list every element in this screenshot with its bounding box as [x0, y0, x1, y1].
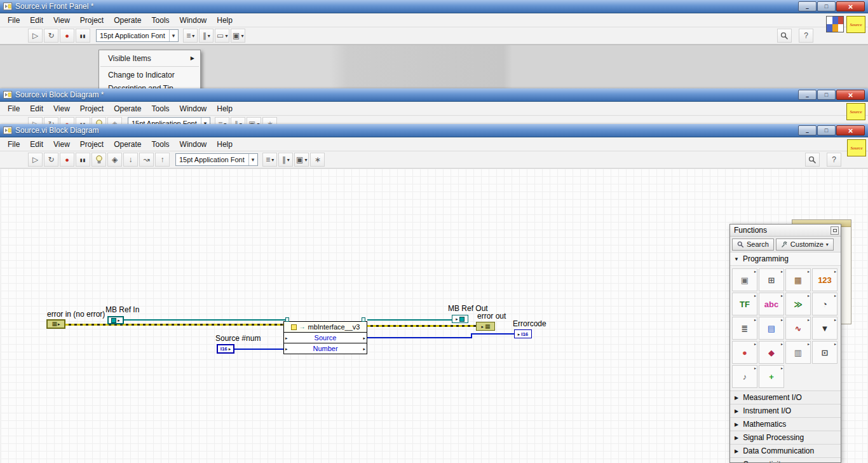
palette-icon-report-generation[interactable]: ▥▸ [785, 341, 811, 364]
subvi-row-number[interactable]: ▸ Number ▸ [284, 343, 367, 354]
palette-section-connectivity[interactable]: ▶Connectivity [730, 457, 841, 463]
abort-button[interactable]: ● [60, 29, 74, 43]
errorcode-label[interactable]: Errorcode [513, 319, 546, 328]
functions-palette-titlebar[interactable]: Functions [730, 225, 841, 237]
wire-mb-ref-out[interactable] [367, 319, 452, 321]
wire-error-in[interactable] [65, 324, 283, 326]
palette-icon-dialog-user-interface[interactable]: ●▸ [732, 341, 757, 364]
palette-section-instrument-i-o[interactable]: ▶Instrument I/O [730, 404, 841, 417]
source-num-label[interactable]: Source #num [215, 334, 261, 343]
palette-icon-waveform[interactable]: ∿▸ [785, 317, 811, 340]
mb-ref-in-terminal[interactable]: ▸ [107, 316, 124, 324]
palette-icon-numeric[interactable]: 123▸ [812, 268, 837, 291]
run-continuous-button[interactable]: ↻ [44, 29, 58, 43]
run-button[interactable]: ▷ [28, 29, 43, 43]
palette-section-signal-processing[interactable]: ▶Signal Processing [730, 431, 841, 444]
palette-icon-application-control[interactable]: ▼▸ [812, 317, 837, 340]
mb-ref-out-terminal[interactable]: ▸ [452, 315, 468, 323]
close-button[interactable]: × [836, 90, 865, 100]
vi-icon[interactable]: Source [847, 139, 866, 156]
palette-icon-connectivity[interactable]: ⊡▸ [812, 341, 837, 364]
align-objects-button[interactable]: ≡▾ [183, 29, 198, 43]
maximize-button[interactable]: □ [817, 90, 836, 100]
reorder-objects-button[interactable]: ▣▾ [294, 153, 309, 167]
error-out-label[interactable]: error out [477, 312, 506, 321]
wire-source-num[interactable] [234, 349, 283, 350]
errorcode-terminal[interactable]: ▸ I16 [514, 329, 532, 338]
minimize-button[interactable]: – [798, 1, 817, 11]
palette-icon-boolean[interactable]: TF▸ [732, 293, 757, 315]
menu-item-edit[interactable]: Edit [25, 137, 48, 151]
help-button[interactable]: ? [827, 153, 841, 167]
minimize-button[interactable]: – [798, 125, 817, 135]
pause-button[interactable]: ▮▮ [76, 29, 90, 43]
context-menu-item-visible-items[interactable]: Visible Items▶ [99, 52, 200, 65]
connector-pane-icon[interactable] [826, 16, 844, 32]
close-button[interactable]: × [836, 1, 865, 11]
wire-errorcode-a[interactable] [367, 337, 472, 338]
palette-section-mathematics[interactable]: ▶Mathematics [730, 417, 841, 431]
menu-item-tools[interactable]: Tools [147, 137, 175, 151]
abort-button[interactable]: ● [60, 153, 74, 167]
source-num-terminal[interactable]: I16 ▸ [217, 344, 234, 354]
titlebar-block-diagram[interactable]: Source.vi Block Diagram – □ × [0, 124, 868, 137]
search-button[interactable] [777, 29, 792, 43]
palette-section-data-communication[interactable]: ▶Data Communication [730, 444, 841, 457]
vi-icon[interactable]: Source [846, 103, 865, 120]
palette-icon-array[interactable]: ⊞▸ [759, 268, 784, 291]
error-in-label[interactable]: error in (no error) [47, 310, 105, 319]
menu-item-file[interactable]: File [3, 102, 25, 116]
subvi-mbinterface[interactable]: → mbInterface__v3 ▸ Source ▸ ▸ Number ▸ [283, 321, 367, 354]
wire-mb-ref-in[interactable] [124, 319, 286, 321]
menu-item-edit[interactable]: Edit [25, 13, 48, 27]
resize-objects-button[interactable]: ▭▾ [215, 29, 229, 43]
distribute-objects-button[interactable]: ∥▾ [199, 29, 214, 43]
titlebar-block-diagram-modified[interactable]: Source.vi Block Diagram * – □ × [0, 88, 868, 102]
menu-item-operate[interactable]: Operate [109, 137, 146, 151]
titlebar-front-panel[interactable]: Source.vi Front Panel * – □ × [0, 0, 868, 13]
run-button[interactable]: ▷ [28, 153, 43, 167]
menu-item-window[interactable]: Window [175, 13, 212, 27]
menu-item-operate[interactable]: Operate [109, 102, 146, 116]
menu-item-file[interactable]: File [3, 137, 25, 151]
menu-item-window[interactable]: Window [175, 102, 212, 116]
help-button[interactable]: ? [799, 29, 813, 43]
menu-item-help[interactable]: Help [212, 102, 238, 116]
subvi-header[interactable]: → mbInterface__v3 [284, 322, 367, 332]
menu-item-help[interactable]: Help [212, 137, 238, 151]
menu-item-project[interactable]: Project [75, 137, 109, 151]
palette-section-measurement-i-o[interactable]: ▶Measurement I/O [730, 390, 841, 404]
mb-ref-in-label[interactable]: MB Ref In [105, 305, 139, 314]
menu-item-operate[interactable]: Operate [109, 13, 146, 27]
align-objects-button[interactable]: ≡▾ [262, 153, 277, 167]
menu-item-view[interactable]: View [48, 137, 75, 151]
error-in-terminal[interactable]: ▦ ▸ [46, 319, 65, 329]
maximize-button[interactable]: □ [817, 125, 836, 135]
menu-item-project[interactable]: Project [75, 13, 109, 27]
clean-up-diagram-button[interactable]: ∗ [310, 153, 325, 167]
search-button[interactable] [805, 153, 820, 167]
palette-icon-addons[interactable]: +▸ [759, 365, 784, 388]
palette-icon-structures[interactable]: ▣▸ [732, 268, 757, 291]
reorder-objects-button[interactable]: ▣▾ [231, 29, 245, 43]
step-out-button[interactable]: ↑ [155, 153, 170, 167]
palette-icon-string[interactable]: abc▸ [759, 293, 784, 315]
palette-icon-comparison[interactable]: ≫▸ [785, 293, 811, 315]
step-into-button[interactable]: ↓ [123, 153, 138, 167]
step-over-button[interactable]: ↝ [139, 153, 154, 167]
palette-icon-synchronization[interactable]: ◆▸ [759, 341, 784, 364]
palette-search-button[interactable]: Search [732, 238, 774, 251]
distribute-objects-button[interactable]: ∥▾ [278, 153, 293, 167]
menu-item-window[interactable]: Window [175, 137, 212, 151]
pause-button[interactable]: ▮▮ [76, 153, 90, 167]
menu-item-project[interactable]: Project [75, 102, 109, 116]
error-out-terminal[interactable]: ▸ ▦ [476, 322, 495, 331]
palette-icon-storage[interactable]: ▤▸ [759, 317, 784, 340]
subvi-row-source[interactable]: ▸ Source ▸ [284, 332, 367, 343]
minimize-button[interactable]: – [798, 90, 817, 100]
highlight-execution-button[interactable] [92, 153, 106, 167]
palette-section-programming[interactable]: ▼ Programming [730, 252, 841, 266]
close-button[interactable]: × [836, 125, 865, 135]
menu-item-view[interactable]: View [48, 102, 75, 116]
menu-item-edit[interactable]: Edit [25, 102, 48, 116]
